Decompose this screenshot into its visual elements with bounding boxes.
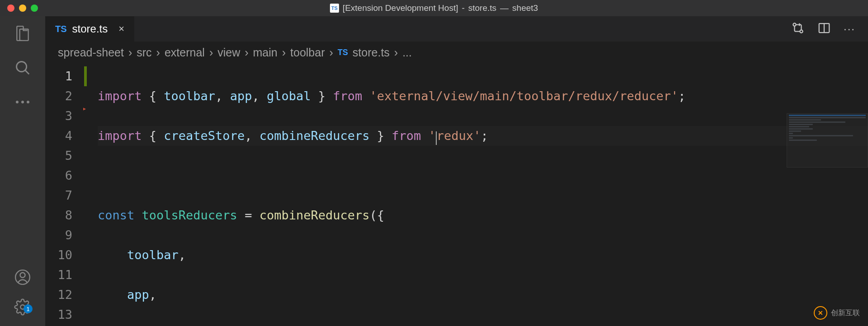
bc-item[interactable]: src (137, 46, 151, 59)
minimap[interactable] (787, 113, 868, 168)
watermark-text: 创新互联 (831, 308, 860, 318)
title-prefix: [Extension Development Host] (343, 3, 458, 13)
watermark: ✕ 创新互联 (814, 306, 860, 320)
tab-bar: TS store.ts × ··· (45, 16, 868, 42)
title-dash: - (462, 3, 464, 13)
line-number[interactable]: 8 (45, 205, 72, 225)
svg-line-1 (25, 70, 29, 75)
line-number[interactable]: 1 (45, 66, 72, 86)
line-number[interactable]: 6 (45, 166, 72, 186)
code-line: toolbar, (98, 245, 868, 265)
maximize-window-button[interactable] (31, 5, 38, 12)
bc-item[interactable]: ... (402, 46, 412, 59)
ts-lang-icon: TS (338, 48, 348, 57)
tab-store-ts[interactable]: TS store.ts × (45, 16, 135, 42)
line-number[interactable]: 5 (45, 146, 72, 166)
tab-label: store.ts (72, 23, 108, 35)
code-editor[interactable]: import { toolbar, app, global } from 'ex… (85, 64, 868, 326)
compare-icon[interactable] (791, 21, 805, 37)
explorer-icon[interactable] (14, 24, 32, 42)
line-number[interactable]: 4 (45, 126, 72, 146)
bc-item[interactable]: main (253, 46, 278, 59)
title-project: sheet3 (512, 3, 538, 13)
svg-point-5 (793, 23, 796, 26)
bc-item[interactable]: toolbar (290, 46, 325, 59)
title-bar: TS [Extension Development Host] - store.… (0, 0, 868, 16)
title-sep: — (500, 3, 509, 13)
svg-point-3 (20, 273, 25, 278)
split-editor-icon[interactable] (817, 21, 831, 37)
more-actions-icon[interactable]: ··· (844, 23, 855, 35)
code-line: import { toolbar, app, global } from 'ex… (98, 86, 868, 106)
close-tab-icon[interactable]: × (118, 23, 124, 35)
settings-badge: 1 (24, 304, 33, 313)
window-title: TS [Extension Development Host] - store.… (330, 3, 538, 13)
line-number[interactable]: 13 (45, 305, 72, 325)
code-line: app, (98, 285, 868, 305)
line-number[interactable]: 10 (45, 245, 72, 265)
bc-item[interactable]: spread-sheet (58, 46, 124, 59)
settings-gear-icon[interactable]: 1 (14, 298, 32, 316)
line-number[interactable]: 2 (45, 86, 72, 106)
code-line: const toolsReducers = combineReducers({ (98, 205, 868, 225)
breadcrumbs[interactable]: spread-sheet› src› external› view› main›… (45, 42, 868, 64)
svg-point-0 (17, 62, 27, 72)
line-number[interactable]: 7 (45, 186, 72, 205)
line-number[interactable]: 3 (45, 106, 72, 126)
account-icon[interactable] (14, 268, 32, 286)
line-number[interactable]: 9 (45, 225, 72, 245)
line-number[interactable]: 12 (45, 285, 72, 305)
bc-item[interactable]: store.ts (353, 46, 390, 59)
ts-lang-icon: TS (55, 24, 67, 34)
watermark-icon: ✕ (814, 306, 827, 320)
title-file: store.ts (468, 3, 496, 13)
minimize-window-button[interactable] (19, 5, 26, 12)
bc-item[interactable]: external (165, 46, 205, 59)
bc-item[interactable]: view (217, 46, 240, 59)
editor-area: TS store.ts × ··· spread-sheet› src› ext… (45, 16, 868, 326)
line-number[interactable]: 11 (45, 265, 72, 285)
editor-actions: ··· (791, 16, 868, 42)
activity-bar: 1 (0, 16, 45, 326)
close-window-button[interactable] (7, 5, 14, 12)
ts-file-icon: TS (330, 4, 339, 13)
more-icon[interactable] (14, 93, 32, 111)
svg-point-6 (800, 30, 802, 33)
window-controls (0, 5, 38, 12)
code-line (98, 166, 868, 186)
line-gutter: ▶ 1 2 3 4 5 6 7 8 9 10 11 12 13 (45, 64, 85, 326)
search-icon[interactable] (14, 59, 32, 77)
code-line: import { createStore, combineReducers } … (98, 126, 868, 146)
